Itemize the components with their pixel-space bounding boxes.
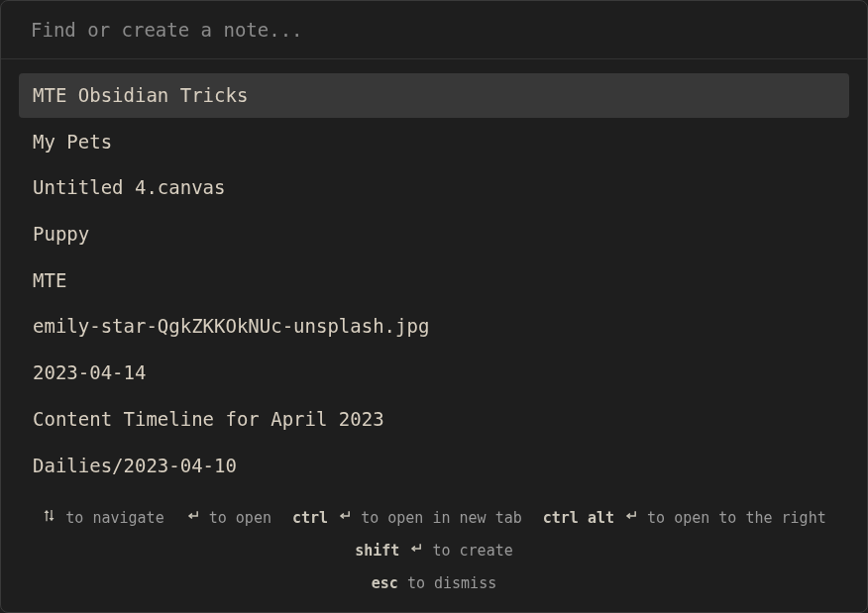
hint-navigate: to navigate — [42, 502, 163, 535]
search-input[interactable] — [1, 1, 867, 58]
hint-open-right: ctrl alt to open to the right — [543, 502, 826, 535]
result-item[interactable]: Content Timeline for April 2023 — [19, 397, 849, 442]
hint-open: to open — [185, 502, 271, 535]
result-item[interactable]: 2023-04-14 — [19, 351, 849, 395]
enter-icon — [623, 502, 638, 535]
hint-shift-key: shift — [355, 542, 399, 560]
quick-switcher-modal: MTE Obsidian TricksMy PetsUntitled 4.can… — [0, 0, 868, 613]
keyboard-hints: to navigate to open ctrl to open in new … — [1, 488, 867, 612]
result-item[interactable]: MTE — [19, 258, 849, 303]
arrows-up-down-icon — [42, 502, 56, 535]
enter-icon — [185, 502, 200, 535]
hint-create: shift to create — [355, 535, 513, 567]
hint-open-new-tab: ctrl to open in new tab — [292, 502, 522, 535]
result-item[interactable]: Untitled 4.canvas — [19, 165, 849, 210]
search-container — [1, 1, 867, 59]
result-item[interactable]: emily-star-QgkZKKOkNUc-unsplash.jpg — [19, 304, 849, 349]
hint-dismiss-text: to dismiss — [407, 574, 496, 592]
hint-ctrl-key: ctrl — [292, 509, 328, 527]
hint-dismiss: esc to dismiss — [372, 567, 496, 600]
hint-navigate-text: to navigate — [65, 509, 163, 527]
result-item[interactable]: Dailies/2023-04-10 — [19, 444, 849, 488]
enter-icon — [408, 535, 423, 567]
results-list: MTE Obsidian TricksMy PetsUntitled 4.can… — [1, 59, 867, 488]
enter-icon — [337, 502, 352, 535]
hint-open-right-text: to open to the right — [647, 509, 826, 527]
hint-ctrl-alt-key: ctrl alt — [543, 509, 614, 527]
result-item[interactable]: Puppy — [19, 212, 849, 256]
result-item[interactable]: MTE Obsidian Tricks — [19, 73, 849, 118]
result-item[interactable]: My Pets — [19, 120, 849, 164]
hint-open-text: to open — [209, 509, 271, 527]
hint-esc-key: esc — [372, 574, 398, 592]
hint-create-text: to create — [432, 542, 512, 560]
hint-open-new-tab-text: to open in new tab — [361, 509, 522, 527]
